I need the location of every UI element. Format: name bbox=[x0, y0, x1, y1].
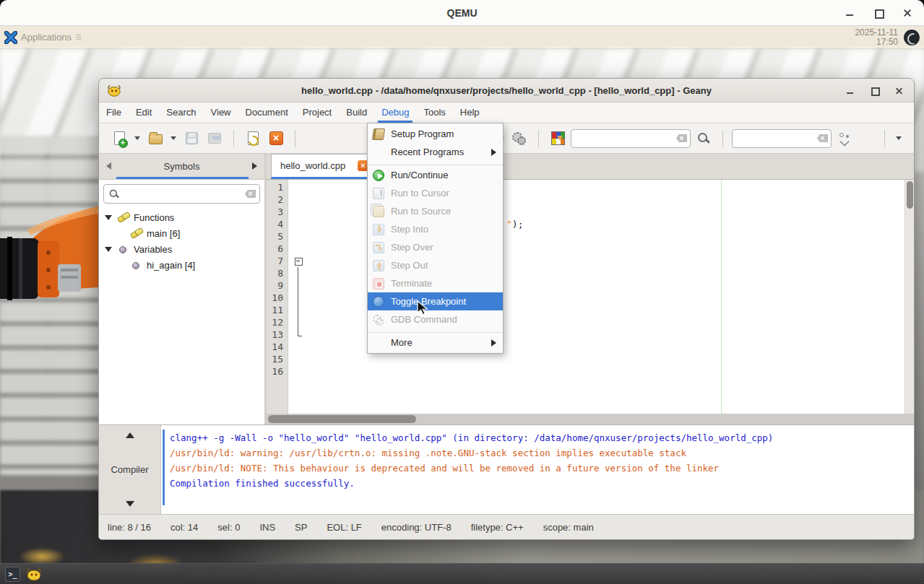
search-button[interactable] bbox=[694, 128, 714, 149]
tree-expander-icon[interactable] bbox=[105, 215, 112, 220]
debug-menu-item[interactable]: Step Into bbox=[368, 220, 503, 238]
applications-menu[interactable]: Applications bbox=[21, 32, 72, 43]
search-input[interactable]: × bbox=[571, 129, 691, 148]
tray-status-icon[interactable] bbox=[904, 30, 920, 45]
menubar-item[interactable]: Document bbox=[238, 102, 295, 123]
new-file-button[interactable] bbox=[109, 128, 129, 149]
compiler-output[interactable]: clang++ -g -Wall -o "hello_world" "hello… bbox=[161, 425, 914, 514]
debug-menu-item[interactable]: Run/Continue bbox=[368, 166, 503, 184]
sidebar-tab-symbols[interactable]: Symbols bbox=[164, 161, 200, 172]
sidebar-tab-scroll-left[interactable] bbox=[106, 162, 111, 170]
fold-margin[interactable] bbox=[294, 304, 304, 316]
compiler-message[interactable]: /usr/bin/ld: NOTE: This behaviour is dep… bbox=[170, 461, 907, 476]
code-line[interactable]: 12 exit(0) bbox=[267, 316, 914, 328]
menubar-item[interactable]: Tools bbox=[416, 102, 452, 123]
menubar-item[interactable]: Help bbox=[453, 102, 487, 123]
menubar-item[interactable]: Debug bbox=[374, 102, 416, 123]
code-line[interactable]: 15 bbox=[267, 353, 914, 365]
previous-message-button[interactable] bbox=[126, 432, 134, 438]
symbols-tree-row[interactable]: Variables bbox=[99, 241, 264, 257]
panel-clock[interactable]: 2025-11-11 17:50 bbox=[855, 28, 904, 47]
code-line[interactable]: 11 bbox=[267, 304, 914, 316]
fold-margin[interactable] bbox=[294, 218, 304, 230]
debug-menu-item[interactable]: Toggle Breakpoint bbox=[368, 292, 503, 310]
geany-minimize-button[interactable] bbox=[846, 87, 855, 95]
line-number[interactable]: 15 bbox=[267, 353, 288, 365]
line-number[interactable]: 11 bbox=[267, 304, 288, 316]
open-file-dropdown[interactable] bbox=[168, 128, 178, 149]
line-number[interactable]: 10 bbox=[267, 292, 288, 304]
symbols-tree-row[interactable]: hi_again [4] bbox=[99, 257, 264, 273]
code-line[interactable]: 10 std::co bbox=[267, 292, 914, 304]
line-number[interactable]: 16 bbox=[267, 365, 288, 378]
debug-menu-item[interactable]: Run to Source bbox=[368, 202, 503, 220]
code-line[interactable]: 2 bbox=[267, 193, 914, 206]
compiler-message[interactable]: Compilation finished successfully. bbox=[170, 476, 907, 491]
sidebar-tab-scroll-right[interactable] bbox=[252, 162, 257, 170]
qemu-minimize-button[interactable] bbox=[845, 8, 855, 18]
debug-menu-item[interactable]: Run to Cursor bbox=[368, 184, 503, 202]
fold-margin[interactable] bbox=[294, 193, 304, 206]
fold-margin[interactable] bbox=[294, 341, 304, 353]
line-number[interactable]: 12 bbox=[267, 316, 288, 328]
new-file-dropdown[interactable] bbox=[132, 128, 142, 149]
fold-margin[interactable] bbox=[294, 316, 304, 328]
line-number[interactable]: 5 bbox=[267, 230, 288, 243]
code-line[interactable]: 7 { bbox=[267, 255, 914, 267]
debug-menu-item[interactable]: Terminate bbox=[368, 274, 503, 292]
geany-titlebar[interactable]: hello_world.cpp - /data/home/qnxuser/pro… bbox=[99, 79, 914, 103]
code-line[interactable]: 5 bbox=[267, 230, 914, 243]
fold-margin[interactable] bbox=[294, 365, 304, 378]
debug-menu-item[interactable]: Step Out bbox=[368, 256, 503, 274]
compiler-message[interactable]: clang++ -g -Wall -o "hello_world" "hello… bbox=[170, 430, 907, 445]
debug-menu-item[interactable] bbox=[368, 161, 503, 166]
goto-line-button[interactable] bbox=[834, 128, 855, 149]
debug-menu-item[interactable]: Step Over bbox=[368, 238, 503, 256]
code-line[interactable]: 8 std::co bbox=[267, 267, 914, 279]
taskbar-terminal-icon[interactable]: >_ bbox=[5, 567, 20, 582]
horizontal-scrollbar[interactable] bbox=[267, 414, 914, 424]
save-button[interactable] bbox=[181, 128, 202, 149]
editor-tab[interactable]: hello_world.cpp × bbox=[271, 154, 374, 179]
qemu-close-button[interactable] bbox=[902, 8, 912, 18]
color-chooser-button[interactable] bbox=[548, 128, 568, 149]
line-number[interactable]: 6 bbox=[267, 243, 288, 255]
geany-maximize-button[interactable] bbox=[871, 87, 879, 95]
vertical-scrollbar[interactable] bbox=[904, 180, 914, 414]
line-number[interactable]: 4 bbox=[267, 218, 288, 230]
code-line[interactable]: 9 bbox=[267, 279, 914, 292]
tree-expander-icon[interactable] bbox=[105, 247, 112, 252]
vertical-scrollbar-thumb[interactable] bbox=[907, 181, 913, 209]
clear-search-icon[interactable]: × bbox=[676, 134, 687, 142]
debug-menu-item[interactable]: Setup Program bbox=[368, 125, 503, 143]
toolbar-overflow-dropdown[interactable] bbox=[894, 128, 904, 149]
compiler-message[interactable]: /usr/bin/ld: warning: /usr/lib/crtn.o: m… bbox=[170, 445, 907, 461]
code-line[interactable]: 16 bbox=[267, 365, 914, 378]
fold-margin[interactable] bbox=[294, 279, 304, 292]
debug-menu-item[interactable]: More bbox=[368, 334, 503, 352]
debug-menu-item[interactable] bbox=[368, 328, 503, 334]
geany-close-button[interactable] bbox=[895, 87, 904, 95]
fold-margin[interactable] bbox=[294, 328, 304, 341]
fold-margin[interactable] bbox=[294, 181, 304, 193]
horizontal-scrollbar-thumb[interactable] bbox=[268, 415, 416, 423]
line-number[interactable]: 7 bbox=[267, 255, 288, 267]
line-number[interactable]: 2 bbox=[267, 193, 288, 206]
line-number[interactable]: 8 bbox=[267, 267, 288, 279]
menubar-item[interactable]: Edit bbox=[129, 102, 159, 123]
menubar-item[interactable]: File bbox=[99, 102, 129, 123]
code-line[interactable]: 1 #include <i bbox=[267, 181, 914, 193]
symbols-tree-row[interactable]: Functions bbox=[99, 209, 264, 225]
build-options-button[interactable] bbox=[509, 128, 530, 149]
next-message-button[interactable] bbox=[126, 501, 134, 507]
menubar-item[interactable]: View bbox=[204, 102, 238, 123]
qemu-maximize-button[interactable] bbox=[873, 8, 884, 18]
code-line[interactable]: 3 bbox=[267, 206, 914, 218]
symbol-filter-input[interactable]: × bbox=[103, 184, 260, 204]
code-line[interactable]: 6 int main(in bbox=[267, 243, 914, 255]
fold-margin[interactable] bbox=[294, 206, 304, 218]
open-file-button[interactable] bbox=[145, 128, 165, 149]
compiler-tab-label[interactable]: Compiler bbox=[111, 438, 148, 501]
fold-margin[interactable] bbox=[294, 292, 304, 304]
save-all-button[interactable] bbox=[204, 128, 225, 149]
